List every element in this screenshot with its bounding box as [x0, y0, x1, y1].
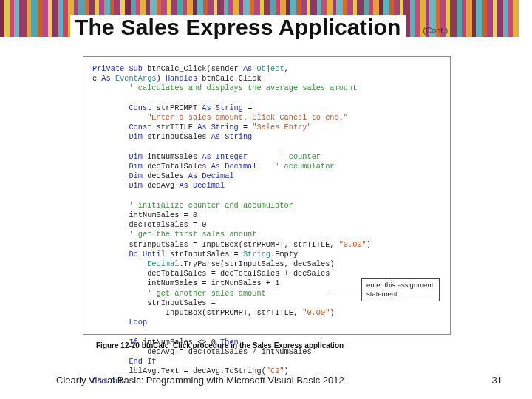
code-figure-box: Private Sub btnCalc_Click(sender As Obje… [83, 56, 451, 335]
page-number: 31 [492, 375, 502, 386]
figure-caption: Figure 12-20 btnCalc_Click procedure in … [96, 341, 344, 349]
slide-title: The Sales Express Application [70, 15, 406, 40]
slide-continuation-marker: (Cont.) [423, 26, 449, 35]
footer-book-title: Clearly Visual Basic: Programming with M… [56, 375, 344, 386]
code-listing: Private Sub btnCalc_Click(sender As Obje… [92, 64, 441, 386]
slide-footer: Clearly Visual Basic: Programming with M… [56, 375, 502, 386]
callout-box: enter this assignment statement [361, 278, 440, 301]
callout-connector [330, 290, 361, 290]
slide-header: The Sales Express Application (Cont.) [70, 15, 448, 40]
